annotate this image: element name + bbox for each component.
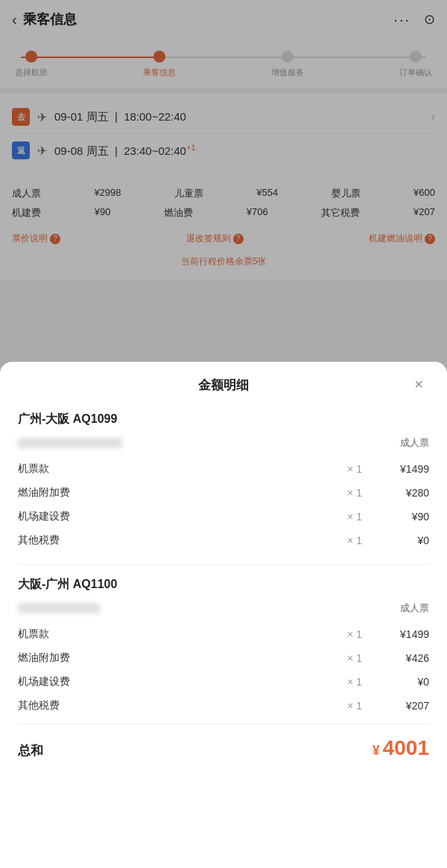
route1-passenger-name <box>18 438 122 448</box>
route2-item-name-1: 燃油附加费 <box>18 651 332 665</box>
route1-item-2: 机场建设费 × 1 ¥90 <box>18 505 429 529</box>
route1-item-0: 机票款 × 1 ¥1499 <box>18 457 429 481</box>
route2-item-name-3: 其他税费 <box>18 699 332 712</box>
route2-item-price-0: ¥1499 <box>377 628 429 640</box>
route1-passenger-row: 成人票 <box>18 436 429 450</box>
route2-item-qty-2: × 1 <box>332 676 377 688</box>
route2-passenger-name <box>18 603 100 613</box>
route1-title: 广州-大阪 AQ1099 <box>18 412 429 427</box>
route1-item-price-1: ¥280 <box>377 487 429 499</box>
route1-item-name-0: 机票款 <box>18 462 332 476</box>
route2-item-price-2: ¥0 <box>377 676 429 688</box>
route1-item-price-2: ¥90 <box>377 511 429 523</box>
route1-item-name-3: 其他税费 <box>18 534 332 547</box>
sheet-title: 金额明细 <box>198 377 249 394</box>
route2-item-price-3: ¥207 <box>377 700 429 712</box>
total-row: 总和 ¥4001 <box>18 724 429 760</box>
total-currency: ¥ <box>372 743 380 758</box>
sheet-header: 金额明细 × <box>18 377 429 394</box>
total-price-wrapper: ¥4001 <box>372 736 429 760</box>
route1-item-1: 燃油附加费 × 1 ¥280 <box>18 481 429 505</box>
close-button[interactable]: × <box>408 374 429 395</box>
route2-item-price-1: ¥426 <box>377 652 429 664</box>
route1-item-qty-2: × 1 <box>332 511 377 523</box>
route1-passenger-type: 成人票 <box>400 436 429 450</box>
route1-item-price-0: ¥1499 <box>377 463 429 475</box>
total-label: 总和 <box>18 742 43 759</box>
total-price: 4001 <box>383 736 429 759</box>
route2-item-qty-1: × 1 <box>332 652 377 664</box>
route1-item-qty-0: × 1 <box>332 463 377 475</box>
route2-item-2: 机场建设费 × 1 ¥0 <box>18 670 429 694</box>
route2-item-0: 机票款 × 1 ¥1499 <box>18 622 429 646</box>
route2-item-qty-3: × 1 <box>332 700 377 712</box>
bottom-sheet: 金额明细 × 广州-大阪 AQ1099 成人票 机票款 × 1 ¥1499 燃油… <box>0 362 447 868</box>
route2-item-3: 其他税费 × 1 ¥207 <box>18 694 429 718</box>
route2-item-qty-0: × 1 <box>332 628 377 640</box>
route2-item-name-2: 机场建设费 <box>18 675 332 689</box>
route2-passenger-type: 成人票 <box>400 601 429 615</box>
route1-item-qty-1: × 1 <box>332 487 377 499</box>
route2-passenger-row: 成人票 <box>18 601 429 615</box>
route2-item-name-0: 机票款 <box>18 628 332 641</box>
route1-item-qty-3: × 1 <box>332 534 377 546</box>
section-divider <box>18 564 429 565</box>
route2-item-1: 燃油附加费 × 1 ¥426 <box>18 646 429 670</box>
route1-item-name-2: 机场建设费 <box>18 510 332 523</box>
route1-item-name-1: 燃油附加费 <box>18 486 332 500</box>
route1-item-price-3: ¥0 <box>377 534 429 546</box>
route1-item-3: 其他税费 × 1 ¥0 <box>18 529 429 552</box>
route2-title: 大阪-广州 AQ1100 <box>18 577 429 593</box>
